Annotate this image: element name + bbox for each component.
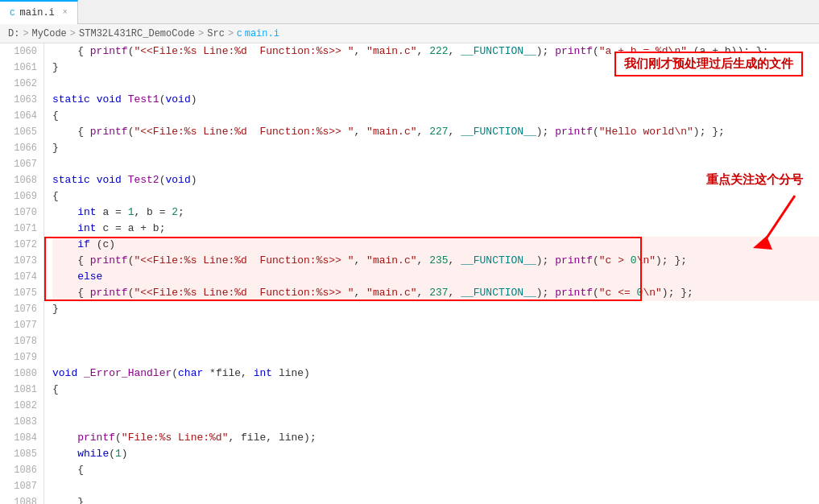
breadcrumb: D: > MyCode > STM32L431RC_DemoCode > Src… [0,24,819,43]
bc-part-d: D: [8,28,19,39]
code-line: { printf("<<File:%s Line:%d Function:%s>… [52,285,819,301]
line-number: 1071 [0,221,43,237]
bc-part-mycode: MyCode [32,28,67,39]
annotation-arrow [738,192,803,256]
line-number: 1086 [0,462,43,478]
code-line: void _Error_Handler(char *file, int line… [52,366,819,382]
code-line: { printf("<<File:%s Line:%d Function:%s>… [52,124,819,140]
line-number: 1068 [0,172,43,188]
code-area: 我们刚才预处理过后生成的文件 重点关注这个分号 1060106110621063… [0,43,819,504]
bc-part-stm: STM32L431RC_DemoCode [79,28,195,39]
line-number: 1080 [0,366,43,382]
code-line [52,76,819,92]
code-line: { [52,188,819,204]
line-number: 1070 [0,204,43,221]
line-number: 1074 [0,269,43,285]
line-number: 1072 [0,237,43,253]
tab-c-icon: C [10,8,15,18]
bc-filename: main.i [245,28,279,39]
line-number: 1063 [0,92,43,108]
tab-close-button[interactable]: × [63,8,68,17]
line-number: 1067 [0,156,43,172]
code-line: { printf("<<File:%s Line:%d Function:%s>… [52,253,819,269]
line-number: 1085 [0,446,43,462]
annotation-top: 我们刚才预处理过后生成的文件 [614,52,803,76]
line-number: 1064 [0,108,43,124]
tab-label: main.i [20,7,55,19]
bc-c-icon: C [237,29,242,39]
tab-bar: C main.i × [0,0,819,24]
code-line: } [52,301,819,317]
code-line: } [52,140,819,156]
code-line: } [52,494,819,504]
code-line: { [52,108,819,124]
code-line: static void Test2(void) [52,172,819,188]
line-number: 1073 [0,253,43,269]
annotation-right-text: 重点关注这个分号 [706,172,803,188]
code-line: { [52,462,819,478]
line-number: 1077 [0,317,43,333]
bc-active-file: C main.i [237,28,279,39]
code-line: { [52,382,819,398]
code-line [52,398,819,414]
svg-marker-1 [753,236,772,250]
line-number: 1065 [0,124,43,140]
line-number: 1062 [0,76,43,92]
line-number: 1069 [0,188,43,204]
code-line: printf("File:%s Line:%d", file, line); [52,430,819,446]
code-line: static void Test1(void) [52,92,819,108]
code-line [52,333,819,349]
code-line [52,156,819,172]
line-number: 1060 [0,43,43,60]
bc-part-src: Src [207,28,225,39]
line-numbers: 1060106110621063106410651066106710681069… [0,43,44,504]
code-content[interactable]: { printf("<<File:%s Line:%d Function:%s>… [44,43,819,504]
annotation-right-area: 重点关注这个分号 [706,172,803,256]
line-number: 1083 [0,414,43,430]
code-line [52,478,819,494]
code-line [52,414,819,430]
code-line [52,317,819,333]
line-number: 1088 [0,494,43,504]
line-number: 1081 [0,382,43,398]
svg-line-0 [763,196,795,244]
line-number: 1087 [0,478,43,494]
line-number: 1076 [0,301,43,317]
code-line: int c = a + b; [52,221,819,237]
code-line [52,349,819,366]
line-number: 1079 [0,349,43,366]
code-line: while(1) [52,446,819,462]
tab-main-i[interactable]: C main.i × [0,0,78,24]
code-line: else [52,269,819,285]
line-number: 1078 [0,333,43,349]
line-number: 1084 [0,430,43,446]
line-number: 1066 [0,140,43,156]
line-number: 1082 [0,398,43,414]
code-line: int a = 1, b = 2; [52,204,819,221]
line-number: 1061 [0,60,43,76]
line-number: 1075 [0,285,43,301]
code-line: if (c) [52,237,819,253]
